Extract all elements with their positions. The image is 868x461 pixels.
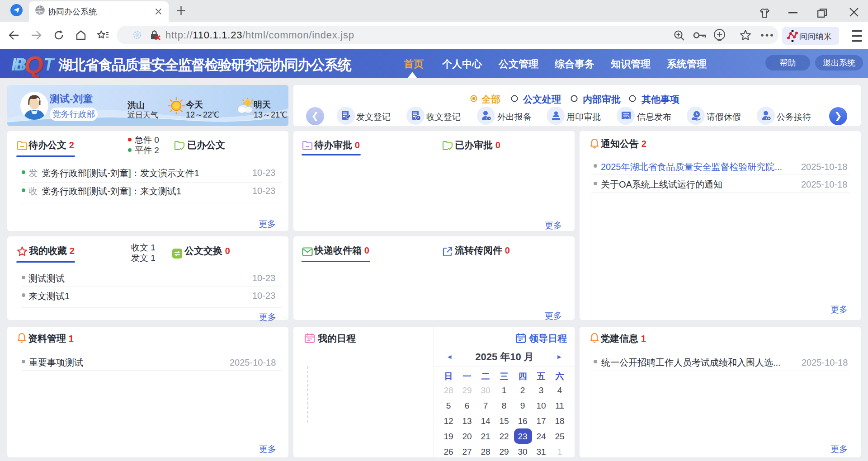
svg-text:T: T bbox=[43, 55, 55, 74]
svg-text:Q: Q bbox=[24, 52, 43, 78]
